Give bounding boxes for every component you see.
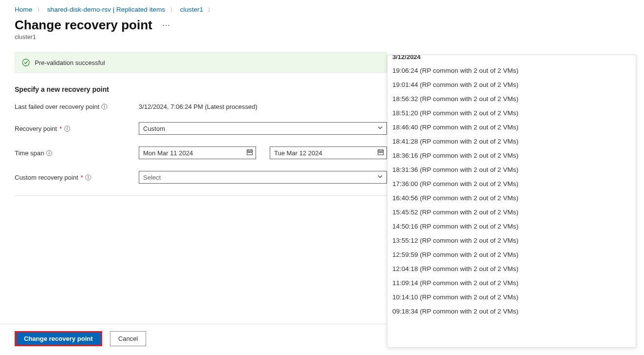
svg-point-8 — [49, 151, 50, 152]
chevron-right-icon: 〉 — [208, 7, 213, 13]
custom-recovery-point-select[interactable] — [139, 171, 387, 184]
info-icon[interactable] — [46, 150, 52, 156]
time-span-label: Time span — [15, 149, 139, 157]
svg-rect-3 — [104, 106, 105, 108]
breadcrumb-rsv[interactable]: shared-disk-demo-rsv | Replicated items — [47, 6, 165, 13]
recovery-point-option[interactable]: 11:09:14 (RP common with 2 out of 2 VMs) — [387, 276, 636, 290]
date-to-input[interactable] — [270, 146, 387, 159]
validation-alert: Pre-validation successful — [15, 52, 387, 73]
recovery-point-option[interactable]: 12:59:59 (RP common with 2 out of 2 VMs) — [387, 248, 636, 262]
last-failed-label: Last failed over recovery point — [15, 103, 139, 110]
info-icon[interactable] — [101, 104, 107, 110]
date-from-input[interactable] — [139, 146, 256, 159]
recovery-point-select[interactable] — [139, 122, 387, 135]
recovery-point-select-input[interactable] — [139, 122, 387, 135]
recovery-point-option[interactable]: 12:04:18 (RP common with 2 out of 2 VMs) — [387, 262, 636, 276]
svg-point-0 — [22, 59, 29, 66]
recovery-point-option[interactable]: 18:46:40 (RP common with 2 out of 2 VMs) — [387, 120, 636, 134]
recovery-point-option[interactable]: 13:55:12 (RP common with 2 out of 2 VMs) — [387, 233, 636, 248]
svg-rect-9 — [49, 152, 49, 154]
success-check-icon — [22, 59, 30, 66]
svg-point-25 — [88, 176, 89, 177]
info-icon[interactable] — [64, 125, 70, 132]
footer-bar: Change recovery point Cancel — [0, 324, 387, 355]
recovery-point-dropdown-list[interactable]: 3/12/2024 19:06:24 (RP common with 2 out… — [387, 55, 636, 347]
last-failed-value: 3/12/2024, 7:06:24 PM (Latest processed) — [139, 103, 258, 110]
validation-alert-text: Pre-validation successful — [35, 59, 105, 66]
recovery-point-option[interactable]: 18:56:32 (RP common with 2 out of 2 VMs) — [387, 92, 636, 106]
recovery-point-option[interactable]: 10:14:10 (RP common with 2 out of 2 VMs) — [387, 290, 636, 304]
dropdown-date-header: 3/12/2024 — [387, 55, 636, 63]
date-from-field[interactable] — [139, 146, 256, 159]
custom-recovery-point-input[interactable] — [139, 171, 387, 184]
recovery-point-option[interactable]: 14:50:16 (RP common with 2 out of 2 VMs) — [387, 219, 636, 233]
recovery-point-option[interactable]: 18:41:28 (RP common with 2 out of 2 VMs) — [387, 134, 636, 148]
more-actions-button[interactable]: ⋯ — [160, 19, 172, 32]
page-subtitle: cluster1 — [15, 34, 629, 41]
page-title: Change recovery point — [15, 18, 152, 33]
recovery-point-dropdown: 3/12/2024 19:06:24 (RP common with 2 out… — [387, 55, 636, 348]
divider — [15, 195, 387, 196]
page-header: Change recovery point ⋯ cluster1 — [0, 14, 644, 41]
recovery-point-label: Recovery point* — [15, 125, 139, 132]
recovery-point-option[interactable]: 18:31:36 (RP common with 2 out of 2 VMs) — [387, 163, 636, 177]
cancel-button[interactable]: Cancel — [110, 331, 146, 346]
custom-recovery-point-label: Custom recovery point* — [15, 174, 139, 181]
date-to-field[interactable] — [270, 146, 387, 159]
recovery-point-option[interactable]: 09:18:34 (RP common with 2 out of 2 VMs) — [387, 304, 636, 318]
breadcrumb-home[interactable]: Home — [15, 6, 32, 13]
recovery-point-option[interactable]: 17:36:00 (RP common with 2 out of 2 VMs) — [387, 177, 636, 191]
recovery-point-option[interactable]: 15:45:52 (RP common with 2 out of 2 VMs) — [387, 205, 636, 219]
change-recovery-point-button[interactable]: Change recovery point — [15, 331, 102, 346]
svg-rect-26 — [88, 177, 88, 179]
recovery-point-option[interactable]: 18:36:16 (RP common with 2 out of 2 VMs) — [387, 148, 636, 163]
recovery-point-option[interactable]: 19:01:44 (RP common with 2 out of 2 VMs) — [387, 78, 636, 92]
svg-rect-6 — [67, 128, 67, 130]
breadcrumb-cluster[interactable]: cluster1 — [180, 6, 203, 13]
recovery-point-option[interactable]: 16:40:56 (RP common with 2 out of 2 VMs) — [387, 191, 636, 205]
chevron-right-icon: 〉 — [37, 7, 43, 13]
info-icon[interactable] — [85, 174, 91, 181]
recovery-point-option[interactable]: 19:06:24 (RP common with 2 out of 2 VMs) — [387, 63, 636, 78]
chevron-right-icon: 〉 — [170, 7, 175, 13]
breadcrumb: Home 〉 shared-disk-demo-rsv | Replicated… — [0, 0, 644, 14]
svg-point-5 — [66, 127, 67, 128]
svg-point-2 — [104, 105, 105, 106]
recovery-point-option[interactable]: 18:51:20 (RP common with 2 out of 2 VMs) — [387, 106, 636, 120]
